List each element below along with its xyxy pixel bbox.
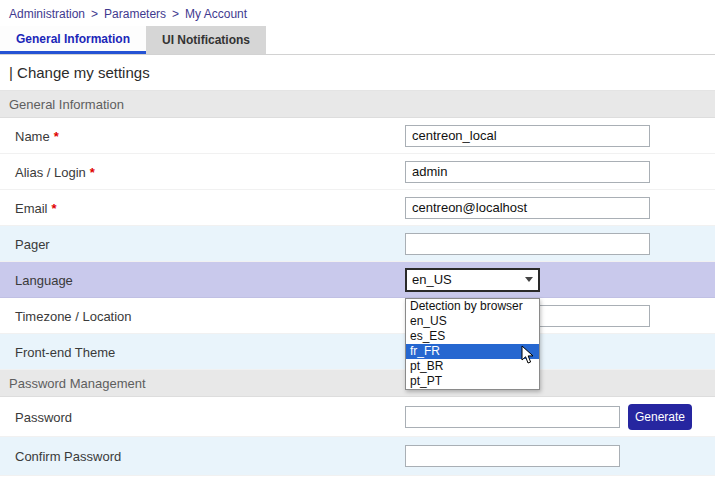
language-select[interactable]: en_US (405, 268, 540, 292)
email-input[interactable] (405, 197, 650, 219)
my-account-settings-page: Administration>Parameters>My Account Gen… (0, 0, 715, 479)
settings-form: General Information Name* Alias / Login*… (0, 91, 715, 476)
dropdown-option-en-us[interactable]: en_US (406, 314, 539, 329)
form-row-timezone: Timezone / Location (0, 298, 715, 334)
form-row-password: Password Generate (0, 397, 715, 437)
language-dropdown-list: Detection by browser en_US es_ES fr_FR p… (405, 298, 540, 390)
required-asterisk: * (90, 164, 95, 179)
field-label-email: Email* (15, 200, 57, 215)
dropdown-option-fr-fr[interactable]: fr_FR (406, 344, 539, 359)
dropdown-option-pt-pt[interactable]: pt_PT (406, 374, 539, 389)
language-select-value: en_US (412, 272, 452, 287)
breadcrumb-item-administration[interactable]: Administration (9, 7, 85, 21)
form-row-name: Name* (0, 118, 715, 154)
form-row-confirm-password: Confirm Password (0, 437, 715, 476)
dropdown-option-es-es[interactable]: es_ES (406, 329, 539, 344)
password-input[interactable] (405, 406, 620, 428)
breadcrumb: Administration>Parameters>My Account (9, 7, 247, 21)
page-title: | Change my settings (0, 55, 715, 91)
breadcrumb-separator: > (91, 7, 98, 21)
field-label-alias-login: Alias / Login* (15, 164, 95, 179)
field-label-password: Password (15, 409, 72, 424)
form-row-language: Language en_US (0, 262, 715, 298)
field-label-confirm-password: Confirm Password (15, 449, 121, 464)
breadcrumb-item-parameters[interactable]: Parameters (104, 7, 166, 21)
field-label-timezone: Timezone / Location (15, 308, 132, 323)
form-row-email: Email* (0, 190, 715, 226)
form-row-pager: Pager (0, 226, 715, 262)
section-header-password-management: Password Management (0, 370, 715, 397)
field-label-pager: Pager (15, 236, 50, 251)
alias-login-input[interactable] (405, 161, 650, 183)
form-row-alias-login: Alias / Login* (0, 154, 715, 190)
breadcrumb-separator: > (172, 7, 179, 21)
required-asterisk: * (54, 128, 59, 143)
confirm-password-input[interactable] (405, 445, 620, 467)
tab-general-information[interactable]: General Information (0, 26, 146, 54)
dropdown-option-pt-br[interactable]: pt_BR (406, 359, 539, 374)
section-header-general-information: General Information (0, 91, 715, 118)
dropdown-option-detection-by-browser[interactable]: Detection by browser (406, 299, 539, 314)
tab-ui-notifications[interactable]: UI Notifications (146, 26, 266, 54)
breadcrumb-item-my-account[interactable]: My Account (185, 7, 247, 21)
generate-button[interactable]: Generate (628, 404, 692, 430)
name-input[interactable] (405, 125, 650, 147)
required-asterisk: * (52, 200, 57, 215)
tab-bar: General Information UI Notifications (0, 26, 715, 55)
chevron-down-icon (525, 277, 533, 282)
field-label-language: Language (15, 272, 73, 287)
field-label-name: Name* (15, 128, 59, 143)
field-label-front-end-theme: Front-end Theme (15, 344, 115, 359)
pager-input[interactable] (405, 233, 650, 255)
form-row-front-end-theme: Front-end Theme (0, 334, 715, 370)
